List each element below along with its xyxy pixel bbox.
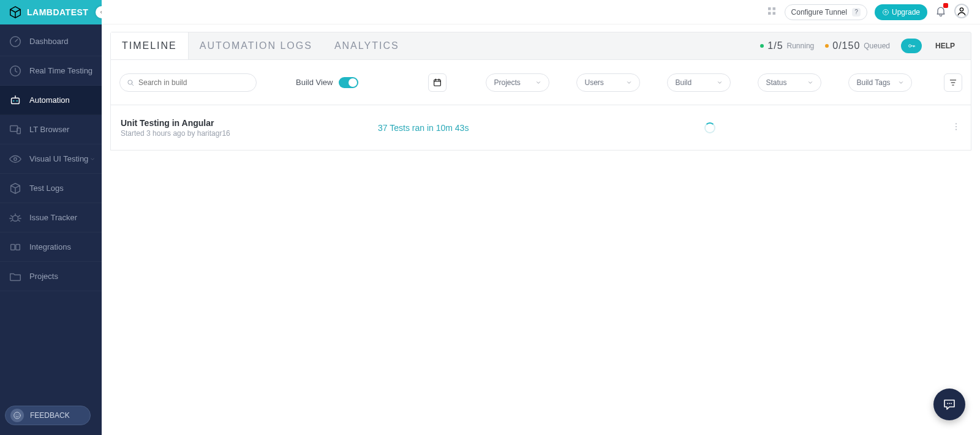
sidebar: LAMBDATEST Dashboard Real Time Testing A… [0, 0, 102, 435]
svg-point-21 [956, 123, 957, 124]
devices-icon [9, 123, 22, 136]
sidebar-item-visualui[interactable]: Visual UI Testing [0, 144, 102, 174]
build-view-toggle: Build View [296, 77, 358, 88]
configure-tunnel-button[interactable]: Configure Tunnel ? [785, 4, 867, 20]
more-vertical-icon [951, 122, 961, 132]
sidebar-header: LAMBDATEST [0, 0, 102, 24]
bug-icon [9, 211, 22, 225]
folder-icon [9, 270, 22, 283]
running-label: Running [787, 42, 815, 50]
sidebar-item-realtime[interactable]: Real Time Testing [0, 56, 102, 86]
svg-point-19 [128, 80, 132, 84]
sidebar-item-testlogs[interactable]: Test Logs [0, 174, 102, 203]
smile-icon [10, 409, 24, 422]
gauge-icon [9, 35, 22, 48]
spinner-icon [704, 122, 715, 133]
tab-timeline[interactable]: TIMELINE [111, 32, 189, 59]
plug-icon [9, 240, 22, 254]
upgrade-button[interactable]: Upgrade [875, 4, 927, 20]
sidebar-item-label: Projects [29, 272, 58, 281]
build-row[interactable]: Unit Testing in Angular Started 3 hours … [110, 105, 971, 151]
sidebar-item-label: Real Time Testing [29, 66, 92, 75]
stat-running: 1/5 Running [760, 40, 814, 51]
feedback-button[interactable]: FEEDBACK [5, 406, 91, 425]
tab-label: TIMELINE [122, 40, 177, 51]
build-title: Unit Testing in Angular [121, 118, 366, 128]
filter-build-tags[interactable]: Build Tags [848, 73, 912, 92]
clock-icon [9, 64, 22, 78]
sidebar-item-label: Visual UI Testing [29, 154, 88, 163]
advanced-filter-button[interactable] [944, 73, 962, 92]
search-input-wrapper[interactable] [119, 73, 257, 92]
filter-bar: Build View Projects Users Build Status B… [110, 60, 971, 105]
status-dot-queued [825, 44, 829, 48]
svg-point-8 [12, 215, 18, 221]
chevron-down-icon [717, 80, 723, 86]
tab-label: AUTOMATION LOGS [200, 40, 312, 51]
svg-point-23 [956, 128, 957, 130]
svg-rect-13 [772, 7, 775, 10]
tab-analytics[interactable]: ANALYTICS [323, 32, 410, 59]
profile-avatar[interactable] [954, 4, 969, 21]
svg-point-3 [13, 100, 14, 101]
queued-count: 0/150 [832, 40, 860, 51]
sidebar-item-label: Test Logs [29, 184, 64, 193]
upgrade-label: Upgrade [892, 8, 920, 17]
eye-icon [9, 152, 22, 166]
sidebar-item-label: Issue Tracker [29, 213, 77, 222]
sidebar-item-issuetracker[interactable]: Issue Tracker [0, 203, 102, 232]
filter-users[interactable]: Users [576, 73, 640, 92]
filter-build[interactable]: Build [667, 73, 731, 92]
svg-point-26 [951, 403, 952, 404]
tabs: TIMELINE AUTOMATION LOGS ANALYTICS [111, 32, 410, 59]
help-button[interactable]: HELP [935, 42, 955, 50]
status-dot-running [760, 44, 764, 48]
date-picker-button[interactable] [428, 73, 447, 92]
svg-rect-2 [12, 98, 20, 103]
svg-point-18 [909, 45, 911, 47]
notification-badge [943, 3, 948, 8]
build-subtitle: Started 3 hours ago by haritagr16 [121, 129, 366, 138]
help-hint-icon: ? [852, 8, 861, 17]
sidebar-item-ltbrowser[interactable]: LT Browser [0, 115, 102, 144]
build-run-stat: 37 Tests ran in 10m 43s [378, 123, 469, 133]
build-meta: Unit Testing in Angular Started 3 hours … [121, 118, 366, 138]
key-icon [907, 42, 916, 50]
filter-pills: Projects Users Build Status Build Tags [486, 73, 912, 92]
svg-point-22 [956, 125, 957, 127]
access-key-button[interactable] [901, 39, 922, 53]
filter-status[interactable]: Status [758, 73, 821, 92]
chevron-down-icon [807, 80, 813, 86]
sidebar-item-integrations[interactable]: Integrations [0, 232, 102, 262]
notifications-button[interactable] [935, 5, 947, 20]
sidebar-item-dashboard[interactable]: Dashboard [0, 27, 102, 56]
build-view-label: Build View [296, 78, 333, 87]
sidebar-item-projects[interactable]: Projects [0, 262, 102, 291]
build-view-switch[interactable] [339, 77, 358, 88]
svg-rect-20 [434, 80, 441, 86]
configure-tunnel-label: Configure Tunnel [791, 8, 847, 17]
svg-rect-15 [772, 12, 775, 15]
topbar: Configure Tunnel ? Upgrade [102, 0, 980, 24]
sidebar-item-automation[interactable]: Automation [0, 86, 102, 115]
chat-support-button[interactable] [933, 389, 965, 420]
svg-point-11 [14, 412, 21, 419]
chevron-down-icon [535, 80, 541, 86]
svg-point-24 [947, 403, 948, 404]
build-status [469, 122, 951, 133]
chevron-down-icon [626, 80, 632, 86]
build-row-menu[interactable] [951, 122, 961, 134]
sidebar-nav: Dashboard Real Time Testing Automation L… [0, 24, 102, 435]
tab-automation-logs[interactable]: AUTOMATION LOGS [189, 32, 323, 59]
apps-grid-icon[interactable] [766, 6, 777, 19]
search-input[interactable] [138, 78, 243, 87]
search-icon [126, 78, 135, 87]
svg-rect-10 [16, 244, 20, 250]
chat-icon [942, 397, 957, 412]
brand-name: LAMBDATEST [27, 7, 88, 17]
session-stats: 1/5 Running 0/150 Queued HELP [760, 32, 971, 59]
stat-queued: 0/150 Queued [825, 40, 890, 51]
filter-projects[interactable]: Projects [486, 73, 549, 92]
filter-label: Users [584, 78, 603, 87]
feedback-label: FEEDBACK [30, 411, 70, 420]
